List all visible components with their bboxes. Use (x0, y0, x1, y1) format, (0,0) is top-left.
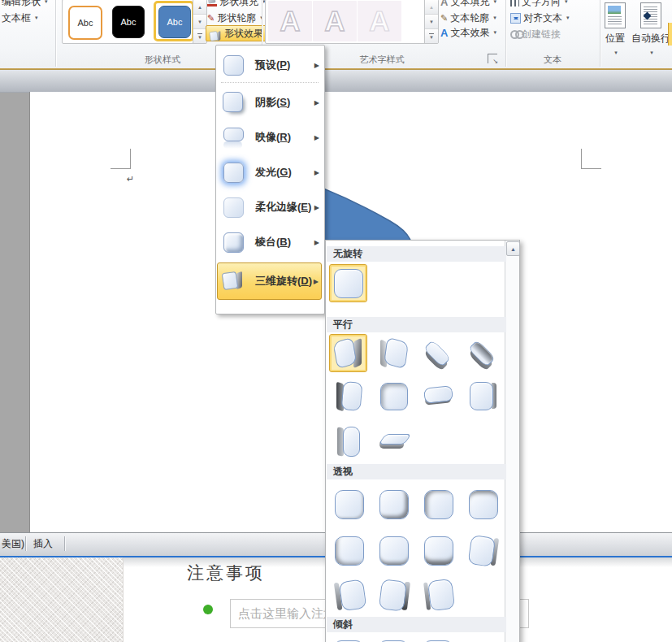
shape-effects-label: 形状效果 (224, 27, 263, 41)
gallery-down-icon[interactable] (425, 15, 438, 29)
rotation-preset[interactable] (374, 422, 412, 460)
document-top-band (0, 70, 672, 93)
menu-item-shadow[interactable]: 阴影(S) (218, 85, 322, 119)
position-button[interactable]: 位置 (602, 2, 628, 57)
submenu-arrow-icon (314, 204, 319, 211)
wrap-text-button[interactable]: 自动换行 (631, 2, 671, 57)
rotation-preset[interactable] (418, 376, 457, 414)
rotation-preset[interactable] (374, 531, 412, 569)
screen: 编辑形状 文本框 Abc Abc Abc 形状填充 ✎ 形状轮廓 (0, 0, 672, 642)
shape-style-selected-frame: Abc (154, 1, 194, 41)
gallery-up-icon[interactable] (193, 0, 206, 15)
gallery-down-icon[interactable] (193, 15, 206, 29)
align-text-button[interactable]: 对齐文本 (510, 11, 570, 25)
rotation-preset[interactable] (329, 635, 367, 642)
shape-style-option-1[interactable]: Abc (68, 6, 102, 40)
edit-shape-label: 编辑形状 (2, 0, 41, 9)
wordart-option-2[interactable]: A (313, 1, 357, 41)
text-outline-button[interactable]: ✎ 文本轮廓 (440, 11, 496, 25)
submenu-scrollbar[interactable]: ▲ (505, 241, 519, 642)
cube-icon (422, 488, 454, 520)
rotation-preset[interactable] (374, 376, 412, 414)
rotation-preset[interactable] (329, 422, 367, 460)
wrap-text-icon (640, 2, 661, 28)
rotation-preset[interactable] (329, 575, 367, 614)
rotation-preset[interactable] (329, 531, 367, 569)
rotation-preset[interactable] (374, 334, 412, 372)
rotation-preset[interactable] (463, 376, 501, 414)
menu-item-reflection[interactable]: 映像(R) (218, 120, 322, 154)
text-boundary-mark (581, 149, 601, 169)
group-divider (505, 0, 506, 67)
rotation-preset[interactable] (418, 575, 457, 614)
section-header-no-rotation: 无旋转 (327, 246, 506, 262)
shape-style-option-3-selected[interactable]: Abc (158, 6, 191, 38)
section-header-parallel: 平行 (327, 317, 506, 332)
cube-icon (466, 488, 499, 520)
text-effects-button[interactable]: A 文本效果 (440, 25, 496, 40)
menu-item-soft-edges[interactable]: 柔化边缘(E) (218, 190, 322, 224)
rotation-preset[interactable] (374, 575, 412, 614)
shape-effects-button[interactable]: 形状效果 (206, 25, 274, 41)
gallery-more-icon[interactable] (425, 29, 438, 43)
rotation-preset[interactable] (418, 635, 457, 642)
wordart-option-1[interactable]: A (268, 1, 312, 41)
shape-fill-button[interactable]: 形状填充 (207, 0, 266, 9)
rotation-preset-none-selected[interactable] (329, 264, 367, 302)
reflection-icon (221, 125, 245, 150)
shape-fill-label: 形状填充 (219, 0, 258, 9)
cube-icon (377, 337, 410, 370)
text-box-button[interactable]: 文本框 (2, 11, 38, 25)
status-insert-mode[interactable]: 插入 (33, 533, 53, 554)
dialog-launcher-icon[interactable] (488, 54, 497, 63)
rotation-preset[interactable] (329, 484, 367, 523)
menu-item-bevel[interactable]: 棱台(B) (218, 225, 322, 259)
create-link-button[interactable]: 创建链接 (510, 27, 561, 41)
bullet-dot (203, 605, 213, 614)
rotation-preset[interactable] (374, 635, 412, 642)
gallery-more-icon[interactable] (193, 29, 206, 43)
group-divider (55, 0, 56, 67)
shape-outline-icon: ✎ (207, 13, 215, 24)
cube-icon (330, 576, 366, 613)
cube-icon (332, 534, 365, 566)
rotation-preset[interactable] (463, 531, 501, 569)
text-direction-button[interactable]: 文字方向 (510, 0, 568, 9)
cube-icon (332, 425, 365, 458)
preset-icon (221, 53, 245, 77)
blue-rounded-shape[interactable] (323, 180, 421, 245)
wordart-option-3[interactable]: A (358, 1, 401, 41)
rotation-preset[interactable] (463, 484, 501, 523)
menu-item-3d-rotation[interactable]: 三维旋转(D) (217, 262, 322, 300)
rotation-preset[interactable] (463, 334, 501, 372)
3d-rotation-icon (221, 269, 245, 293)
submenu-arrow-icon (314, 239, 319, 246)
rotation-preset[interactable] (418, 334, 457, 372)
rotation-preset[interactable] (418, 484, 457, 523)
wrap-text-label: 自动换行 (631, 32, 670, 46)
cube-icon (377, 639, 410, 642)
menu-item-glow[interactable]: 发光(G) (218, 155, 322, 189)
menu-item-preset[interactable]: 预设(P) (218, 48, 322, 82)
cube-icon (466, 337, 499, 370)
shape-styles-group-label: 形状样式 (98, 54, 228, 66)
rotation-preset[interactable] (329, 334, 367, 372)
shape-style-option-2[interactable]: Abc (112, 6, 145, 38)
shape-outline-button[interactable]: ✎ 形状轮廓 (207, 11, 263, 25)
gallery-up-icon[interactable] (425, 0, 438, 15)
rotation-preset[interactable] (418, 531, 457, 569)
text-fill-icon: A (440, 0, 448, 8)
status-language[interactable]: 美国) (2, 533, 24, 554)
text-direction-icon (510, 0, 519, 7)
edit-shape-button[interactable]: 编辑形状 (2, 0, 48, 9)
text-outline-icon: ✎ (440, 13, 448, 24)
rotation-preset[interactable] (329, 376, 367, 414)
create-link-icon (510, 30, 519, 39)
text-fill-button[interactable]: A 文本填充 (440, 0, 496, 9)
scroll-up-icon[interactable]: ▲ (506, 241, 520, 256)
submenu-arrow-icon (314, 134, 319, 141)
align-text-label: 对齐文本 (523, 11, 562, 25)
rotation-preset[interactable] (374, 484, 412, 523)
status-separator (25, 536, 26, 551)
hatched-background (0, 557, 124, 642)
